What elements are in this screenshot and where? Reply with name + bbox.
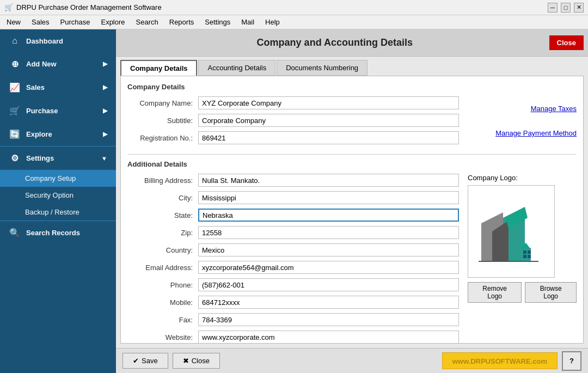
sidebar-item-settings[interactable]: ⚙ Settings ▼ <box>0 146 116 170</box>
sidebar: ⌂ Dashboard ⊕ Add New ▶ 📈 Sales ▶ 🛒 Purc… <box>0 29 116 373</box>
menu-search[interactable]: Search <box>132 17 163 27</box>
tab-accounting-details[interactable]: Accounting Details <box>198 60 275 76</box>
sidebar-section-settings: ⚙ Settings ▼ Company Setup Security Opti… <box>0 146 116 221</box>
menu-reports[interactable]: Reports <box>165 17 199 27</box>
country-input[interactable] <box>198 243 459 256</box>
help-button[interactable]: ? <box>562 351 581 371</box>
sidebar-item-explore[interactable]: 🔄 Explore ▶ <box>0 123 116 146</box>
website-row: Website: <box>127 331 459 344</box>
additional-fields: Billing Address: City: State: Zip: <box>127 174 459 344</box>
state-row: State: <box>127 209 459 222</box>
tab-bar: Company Details Accounting Details Docum… <box>116 57 588 76</box>
logo-section: Company Logo: <box>468 174 577 344</box>
sidebar-item-add-new[interactable]: ⊕ Add New ▶ <box>0 52 116 76</box>
save-icon: ✔ <box>133 357 139 365</box>
section-divider <box>127 154 577 155</box>
website-input[interactable] <box>198 331 459 344</box>
settings-arrow-icon: ▼ <box>101 155 107 162</box>
zip-row: Zip: <box>127 226 459 239</box>
sidebar-item-dashboard[interactable]: ⌂ Dashboard <box>0 29 116 52</box>
save-button[interactable]: ✔ Save <box>122 353 168 369</box>
maximize-button[interactable]: □ <box>561 3 571 13</box>
sidebar-item-search-records[interactable]: 🔍 Search Records <box>0 221 116 244</box>
zip-input[interactable] <box>198 226 459 239</box>
sidebar-label-backup-restore: Backup / Restore <box>25 208 79 216</box>
form-area: Company Details Company Name: Subtitle: … <box>120 76 584 344</box>
help-icon: ? <box>569 357 574 365</box>
tab-documents-numbering[interactable]: Documents Numbering <box>277 60 367 76</box>
manage-taxes-link[interactable]: Manage Taxes <box>531 105 577 113</box>
menu-mail[interactable]: Mail <box>237 17 259 27</box>
tab-company-details-label: Company Details <box>130 64 187 72</box>
tab-company-details[interactable]: Company Details <box>120 60 197 76</box>
city-label: City: <box>127 194 198 202</box>
save-label: Save <box>142 357 158 365</box>
phone-input[interactable] <box>198 278 459 291</box>
city-row: City: <box>127 191 459 204</box>
brand-text: www.DRPUSOFTWARE.com <box>452 357 547 365</box>
svg-rect-4 <box>521 248 531 261</box>
country-label: Country: <box>127 246 198 254</box>
logo-buttons: Remove Logo Browse Logo <box>468 282 577 303</box>
sidebar-label-purchase: Purchase <box>26 107 58 115</box>
title-bar-controls: ─ □ ✕ <box>548 3 584 13</box>
sidebar-item-sales[interactable]: 📈 Sales ▶ <box>0 76 116 99</box>
menu-help[interactable]: Help <box>261 17 284 27</box>
company-name-input[interactable] <box>198 96 459 109</box>
sidebar-item-purchase[interactable]: 🛒 Purchase ▶ <box>0 99 116 123</box>
mobile-label: Mobile: <box>127 298 198 307</box>
menu-sales[interactable]: Sales <box>27 17 54 27</box>
sidebar-item-company-setup[interactable]: Company Setup <box>0 170 116 187</box>
state-input[interactable] <box>198 209 459 222</box>
email-label: Email Address: <box>127 264 198 272</box>
browse-logo-button[interactable]: Browse Logo <box>525 282 577 303</box>
sidebar-label-security-option: Security Option <box>25 191 74 199</box>
title-bar-left: 🛒 DRPU Purchase Order Management Softwar… <box>4 3 162 11</box>
content-header: Company and Accounting Details Close <box>116 29 588 57</box>
svg-rect-6 <box>523 250 526 254</box>
city-input[interactable] <box>198 191 459 204</box>
registration-row: Registration No.: <box>127 131 459 144</box>
content-title: Company and Accounting Details <box>120 29 549 56</box>
company-logo-image <box>473 191 549 272</box>
menu-settings[interactable]: Settings <box>200 17 235 27</box>
sidebar-label-sales: Sales <box>26 83 45 91</box>
subtitle-row: Subtitle: <box>127 114 459 127</box>
email-input[interactable] <box>198 261 459 274</box>
zip-label: Zip: <box>127 229 198 237</box>
search-records-icon: 🔍 <box>9 228 21 238</box>
remove-logo-button[interactable]: Remove Logo <box>468 282 522 303</box>
sales-arrow-icon: ▶ <box>103 84 107 91</box>
billing-input[interactable] <box>198 174 459 187</box>
purchase-arrow-icon: ▶ <box>103 107 107 114</box>
minimize-button[interactable]: ─ <box>548 3 558 13</box>
manage-payment-link[interactable]: Manage Payment Method <box>495 129 577 137</box>
svg-rect-9 <box>528 255 531 258</box>
sidebar-label-explore: Explore <box>26 130 52 138</box>
menu-new[interactable]: New <box>2 17 25 27</box>
company-details-section-title: Company Details <box>127 83 577 91</box>
menu-purchase[interactable]: Purchase <box>56 17 95 27</box>
subtitle-input[interactable] <box>198 114 459 127</box>
close-icon: ✖ <box>183 357 189 365</box>
additional-details-grid: Billing Address: City: State: Zip: <box>127 174 577 344</box>
sidebar-item-security-option[interactable]: Security Option <box>0 187 116 204</box>
fax-input[interactable] <box>198 313 459 326</box>
sales-icon: 📈 <box>9 82 21 93</box>
logo-box <box>468 185 555 278</box>
app-icon: 🛒 <box>4 3 13 11</box>
menu-explore[interactable]: Explore <box>96 17 129 27</box>
company-details-grid: Company Name: Subtitle: Registration No.… <box>127 96 577 149</box>
dashboard-icon: ⌂ <box>9 36 21 46</box>
content-close-button[interactable]: Close <box>549 35 584 50</box>
sidebar-item-backup-restore[interactable]: Backup / Restore <box>0 204 116 221</box>
registration-input[interactable] <box>198 131 459 144</box>
country-row: Country: <box>127 243 459 256</box>
tab-accounting-details-label: Accounting Details <box>207 64 266 72</box>
close-button[interactable]: ✖ Close <box>173 353 220 369</box>
close-window-button[interactable]: ✕ <box>574 3 584 13</box>
company-name-row: Company Name: <box>127 96 459 109</box>
phone-row: Phone: <box>127 278 459 291</box>
fax-row: Fax: <box>127 313 459 326</box>
mobile-input[interactable] <box>198 296 459 309</box>
